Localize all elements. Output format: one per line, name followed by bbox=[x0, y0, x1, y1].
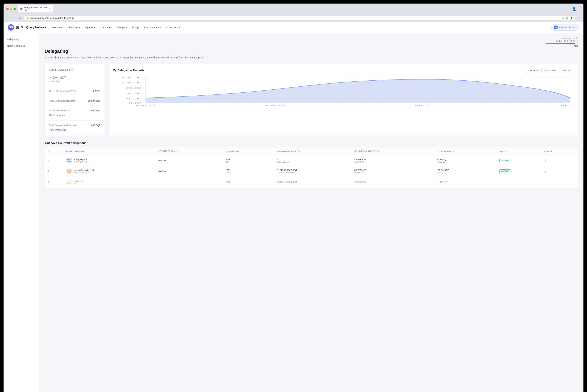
cards-row: Current Delegation ⓘ 4.00K SQT 4.00K SQT… bbox=[45, 64, 578, 136]
main-content: Current Era: 9 ⓘ Ends in 00 d 12 h 52 m … bbox=[39, 33, 584, 392]
grid-icon[interactable] bbox=[16, 26, 19, 29]
row1-status: ACTIVE bbox=[497, 155, 541, 166]
sidebar-item-delegating[interactable]: Delegating bbox=[3, 36, 39, 43]
new-tab-button[interactable]: + bbox=[54, 7, 58, 11]
close-button[interactable] bbox=[6, 8, 9, 10]
app-nav: SQ SubQuery Network Dashboard Explorer ▾… bbox=[3, 22, 584, 33]
delegations-table: # NODE OPERATOR ESTIMATED APY ⓘ COMMISSI… bbox=[45, 148, 578, 188]
era-progress-bar bbox=[546, 43, 578, 44]
maximize-button[interactable] bbox=[13, 8, 16, 10]
page-title: Delegating bbox=[45, 48, 578, 54]
col-remaining-capacity: REMAINING CAPACITY bbox=[274, 148, 351, 155]
chart-container: 150.00 120.00 90.00 60.00 30.00 0.00 bbox=[113, 76, 573, 108]
browser-settings-button[interactable]: ⋮ bbox=[578, 16, 581, 20]
svg-text:Apr 12: Apr 12 bbox=[561, 104, 573, 106]
row1-apy: 6.51 % bbox=[156, 155, 223, 166]
nav-dashboard[interactable]: Dashboard bbox=[52, 26, 64, 29]
delegations-count: You have 4 current delegations bbox=[45, 142, 578, 145]
lock-icon: 🔒 bbox=[26, 17, 29, 19]
row2-status: ACTIVE bbox=[497, 166, 541, 177]
traffic-lights bbox=[6, 8, 16, 10]
minimize-button[interactable] bbox=[10, 8, 12, 10]
nav-operator[interactable]: Operator bbox=[85, 26, 95, 29]
tab-close-icon[interactable]: ✕ bbox=[49, 8, 51, 10]
wallet-address: 0×2c54...981a bbox=[559, 26, 574, 29]
active-tab[interactable]: SubQuery Network - The uni ✕ bbox=[18, 5, 53, 12]
profile-icon[interactable]: 👤 bbox=[572, 7, 576, 11]
era-info-icon[interactable]: ⓘ bbox=[576, 37, 578, 40]
table-header: # NODE OPERATOR ESTIMATED APY ⓘ COMMISSI… bbox=[45, 148, 578, 155]
delegation-amount-small: 4.00K SQT bbox=[49, 80, 100, 83]
nav-links: Dashboard Explorer ▾ Operator Consumer D… bbox=[52, 26, 546, 29]
wallet-icon: ⚙ bbox=[554, 26, 558, 30]
wallet-button[interactable]: ⚙ 0×2c54...981a ▾ bbox=[551, 24, 579, 31]
delegation-sort-icon[interactable]: ⇅ bbox=[377, 150, 379, 152]
apy-info-icon[interactable]: ⓘ bbox=[73, 90, 76, 92]
delegation-card: Current Delegation ⓘ 4.00K SQT 4.00K SQT… bbox=[45, 64, 105, 136]
row2-action-menu[interactable]: ⋮ bbox=[544, 170, 547, 173]
browser-frame: SubQuery Network - The uni ✕ + 👤 ⋮ ← → ↻… bbox=[3, 4, 584, 392]
svg-text:0.00: 0.00 bbox=[129, 102, 142, 104]
nav-ecosystem[interactable]: Ecosystem ▾ bbox=[166, 26, 180, 29]
nav-documentation[interactable]: Documentation bbox=[144, 26, 161, 29]
row2-avatar bbox=[66, 168, 72, 174]
address-bar-row: ← → ↻ 🔒 app.subquery.network/delegator/d… bbox=[3, 14, 584, 22]
apy-label: Current Estimated APY bbox=[49, 90, 73, 92]
rewards-card-header: My Delegation Rewards Last Month Last 3 … bbox=[113, 68, 573, 73]
filter-last-year[interactable]: Last Year bbox=[559, 68, 573, 73]
era-ends: Ends in 00 d 12 h 52 m bbox=[45, 40, 578, 42]
logo-area: SQ SubQuery Network bbox=[8, 24, 46, 31]
withdrawals-row: Total Delegation Withdrawls 0.00 SQT bbox=[49, 123, 100, 128]
page-description: ℹ View all Node Operators you have deleg… bbox=[45, 56, 578, 60]
row1-remaining-capacity: - 2893.5911 SQT bbox=[274, 155, 351, 166]
svg-text:30.00: 30.00 bbox=[125, 98, 142, 100]
reload-button[interactable]: ↻ bbox=[18, 16, 22, 20]
delegation-card-info-icon[interactable]: ⓘ bbox=[71, 68, 73, 71]
total-rewards-label: Total Delegation Rewards bbox=[49, 100, 75, 102]
tab-favicon bbox=[20, 8, 22, 10]
nav-bridge[interactable]: Bridge bbox=[132, 26, 139, 29]
apy-col-info-icon[interactable]: ⓘ bbox=[176, 150, 178, 152]
svg-text:150.00: 150.00 bbox=[122, 76, 142, 78]
era-progress-fill bbox=[546, 43, 575, 44]
nav-delegator[interactable]: Delegator bbox=[116, 26, 127, 29]
view-withdrawals-link[interactable]: View Withdrawls bbox=[49, 128, 66, 131]
logo-icon: SQ bbox=[8, 24, 14, 31]
bookmark-icon[interactable]: ☆ bbox=[562, 16, 564, 19]
row2-copy-icon[interactable]: ⊕ bbox=[88, 172, 89, 174]
delegations-section: You have 4 current delegations # NODE OP… bbox=[45, 142, 578, 188]
filter-last-month[interactable]: Last Month bbox=[526, 68, 542, 73]
withdrawals-label: Total Delegation Withdrawls bbox=[49, 124, 77, 126]
row2-delegation-info-icon[interactable]: ⓘ bbox=[362, 171, 364, 174]
era-percentage: 92% bbox=[45, 44, 578, 47]
browser-menu-icon[interactable]: ⋮ bbox=[578, 7, 581, 11]
total-rewards-value: 308.94 SQT bbox=[88, 100, 100, 102]
row1-action[interactable]: ⋮ bbox=[541, 155, 578, 166]
row1-total-rewards: 34.18 SQT + 1.25 SQT bbox=[434, 155, 497, 166]
extensions-icon[interactable]: 🧩 bbox=[566, 16, 569, 19]
delegation-amount-large: 4.00K SQT bbox=[49, 74, 100, 80]
table-row: 1 bbox=[45, 155, 578, 166]
delegation-card-title: Current Delegation ⓘ bbox=[49, 68, 100, 71]
row1-action-menu[interactable]: ⋮ bbox=[544, 159, 547, 162]
nav-explorer[interactable]: Explorer ▾ bbox=[69, 26, 80, 29]
row2-action[interactable]: ⋮ bbox=[541, 166, 578, 177]
svg-text:Mar 29: Mar 29 bbox=[264, 104, 285, 106]
claim-rewards-link[interactable]: Claim Rewards bbox=[49, 114, 65, 116]
row1-delegation: 1000.0 SQT 1000.0 SQT bbox=[351, 155, 434, 166]
row1-status-badge: ACTIVE bbox=[499, 159, 510, 162]
row2-apy: 0.00 % bbox=[156, 166, 223, 177]
nav-consumer[interactable]: Consumer bbox=[100, 26, 111, 29]
row1-copy-icon[interactable]: ⊕ bbox=[87, 160, 89, 163]
table-body: 1 bbox=[45, 155, 578, 188]
back-button[interactable]: ← bbox=[6, 16, 11, 20]
profile-avatar[interactable]: 👤 bbox=[570, 16, 573, 19]
rewards-chart-svg: 150.00 120.00 90.00 60.00 30.00 0.00 bbox=[113, 76, 573, 108]
address-bar[interactable]: 🔒 app.subquery.network/delegator/delegat… bbox=[24, 16, 576, 20]
tab-title: SubQuery Network - The uni bbox=[24, 6, 48, 11]
col-node-operator: NODE OPERATOR bbox=[63, 148, 156, 155]
era-ends-value: 00 d 12 h 52 m bbox=[564, 40, 578, 42]
forward-button[interactable]: → bbox=[12, 16, 17, 20]
filter-last-3-month[interactable]: Last 3 Month bbox=[542, 68, 559, 73]
sidebar-item-node-operators[interactable]: Node Operators bbox=[3, 43, 39, 49]
